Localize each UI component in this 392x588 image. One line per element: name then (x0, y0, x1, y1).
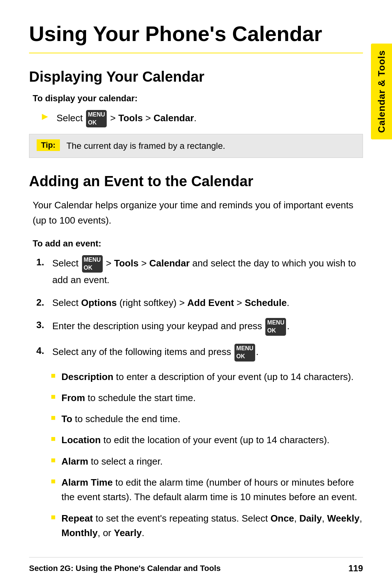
step-text-2: Select Options (right softkey) > Add Eve… (52, 295, 289, 310)
bullet-icon-2: ■ (51, 392, 56, 401)
page-footer: Section 2G: Using the Phone's Calendar a… (29, 557, 363, 573)
arrow-step: ► Select MENUOK > Tools > Calendar. (40, 110, 363, 128)
bullet-2: ■ From to schedule the start time. (51, 391, 363, 405)
bullet-list: ■ Description to enter a description of … (51, 369, 363, 540)
menu-icon-4: MENUOK (234, 344, 255, 362)
menu-icon-1: MENUOK (86, 110, 107, 128)
bullet-7: ■ Repeat to set the event's repeating st… (51, 511, 363, 540)
page-container: Calendar & Tools Using Your Phone's Cale… (0, 0, 392, 588)
bullet-icon-6: ■ (51, 477, 56, 486)
footer-text: Section 2G: Using the Phone's Calendar a… (29, 564, 221, 573)
section2-heading: Adding an Event to the Calendar (29, 172, 363, 190)
arrow-icon: ► (40, 111, 50, 122)
step-text-1: Select MENUOK > Tools > Calendar and sel… (52, 255, 363, 287)
menu-icon-2: MENUOK (82, 255, 103, 273)
section2-sub-label: To add an event: (33, 238, 363, 249)
bullet-4: ■ Location to edit the location of your … (51, 433, 363, 447)
bullet-text-6: Alarm Time to edit the alarm time (numbe… (61, 475, 363, 505)
bullet-text-2: From to schedule the start time. (61, 391, 196, 405)
menu-icon-3: MENUOK (265, 318, 286, 336)
side-tab: Calendar & Tools (371, 44, 392, 139)
bullet-6: ■ Alarm Time to edit the alarm time (num… (51, 475, 363, 505)
step-num-3: 3. (36, 318, 52, 332)
step-3: 3. Enter the description using your keyp… (36, 318, 363, 336)
step-num-2: 2. (36, 295, 52, 310)
step-1: 1. Select MENUOK > Tools > Calendar and … (36, 255, 363, 287)
section1-sub-label: To display your calendar: (33, 93, 363, 103)
step-2: 2. Select Options (right softkey) > Add … (36, 295, 363, 310)
bullet-text-7: Repeat to set the event's repeating stat… (61, 511, 363, 540)
footer-page-num: 119 (348, 563, 363, 573)
bullet-icon-5: ■ (51, 456, 56, 465)
step-text-3: Enter the description using your keypad … (52, 318, 290, 336)
main-title: Using Your Phone's Calendar (29, 22, 363, 46)
bullet-3: ■ To to schedule the end time. (51, 412, 363, 426)
tip-label: Tip: (37, 139, 60, 151)
bullet-text-4: Location to edit the location of your ev… (61, 433, 329, 447)
tip-box: Tip: The current day is framed by a rect… (29, 134, 363, 158)
bullet-1: ■ Description to enter a description of … (51, 369, 363, 384)
numbered-list: 1. Select MENUOK > Tools > Calendar and … (36, 255, 363, 362)
step-4: 4. Select any of the following items and… (36, 344, 363, 362)
bullet-text-5: Alarm to select a ringer. (61, 454, 163, 469)
tip-text: The current day is framed by a rectangle… (66, 139, 225, 152)
bullet-icon-3: ■ (51, 413, 56, 422)
step-text-4: Select any of the following items and pr… (52, 344, 258, 362)
title-divider (29, 53, 363, 53)
section-adding: Adding an Event to the Calendar Your Cal… (29, 172, 363, 540)
section2-body: Your Calendar helps organize your time a… (33, 198, 363, 228)
bullet-text-3: To to schedule the end time. (61, 412, 180, 426)
section-displaying: Displaying Your Calendar To display your… (29, 68, 363, 158)
bullet-5: ■ Alarm to select a ringer. (51, 454, 363, 469)
bullet-icon-1: ■ (51, 371, 56, 380)
section1-heading: Displaying Your Calendar (29, 68, 363, 85)
side-tab-label: Calendar & Tools (376, 50, 387, 133)
bullet-icon-7: ■ (51, 513, 56, 522)
step-num-1: 1. (36, 255, 52, 269)
bullet-icon-4: ■ (51, 434, 56, 444)
bullet-text-1: Description to enter a description of yo… (61, 369, 354, 384)
step-num-4: 4. (36, 344, 52, 358)
arrow-step-text: Select MENUOK > Tools > Calendar. (57, 110, 197, 128)
